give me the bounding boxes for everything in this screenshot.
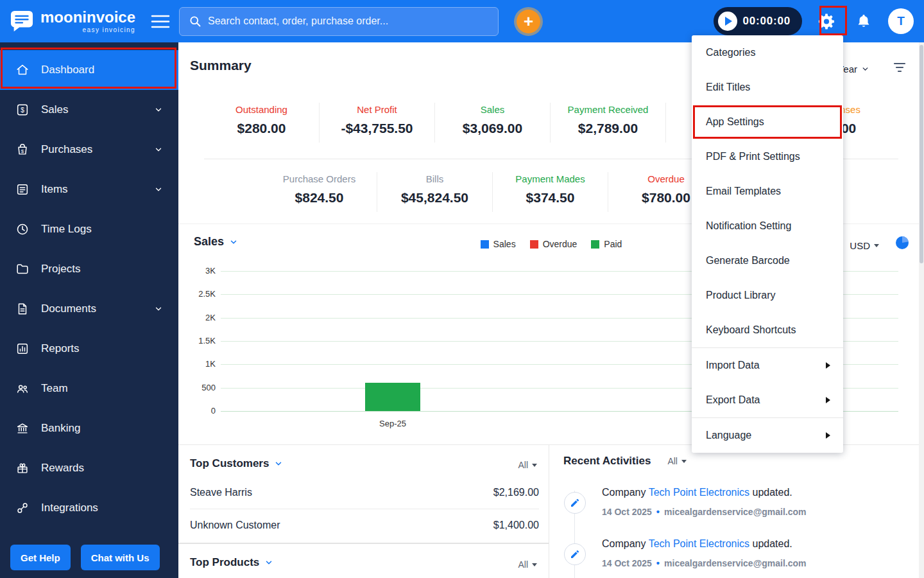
pie-chart-icon[interactable]: [894, 235, 910, 253]
menu-item-notification-setting[interactable]: Notification Setting: [692, 209, 843, 243]
activity-date: 14 Oct 2025: [602, 507, 652, 517]
stat-outstanding: Outstanding$280.00: [204, 103, 320, 143]
items-icon: [15, 182, 30, 197]
currency-dropdown[interactable]: USD: [850, 240, 879, 251]
sidebar-item-rewards[interactable]: Rewards: [0, 448, 178, 488]
activity-prefix: Company: [602, 538, 649, 549]
activity-text: Company Tech Point Electronics updated.: [602, 487, 792, 498]
y-axis-tick-label: 1K: [198, 359, 216, 369]
sidebar-item-projects[interactable]: Projects: [0, 249, 178, 289]
chat-with-us-button[interactable]: Chat with Us: [81, 545, 160, 570]
filter-all-label: All: [518, 559, 528, 570]
sales-chart-title-label: Sales: [194, 235, 224, 249]
sidebar-item-integrations[interactable]: Integrations: [0, 488, 178, 528]
menu-item-label: Export Data: [706, 394, 826, 406]
top-products-filter[interactable]: All: [518, 559, 537, 570]
sidebar-item-sales[interactable]: $Sales: [0, 90, 178, 130]
legend-item-overdue: Overdue: [530, 239, 578, 249]
filter-all-label: All: [667, 456, 678, 466]
chevron-down-icon[interactable]: [154, 304, 163, 313]
menu-item-generate-barcode[interactable]: Generate Barcode: [692, 243, 843, 278]
menu-item-import-data[interactable]: Import Data: [692, 348, 843, 383]
chevron-down-icon[interactable]: [154, 145, 163, 154]
activity-company-link[interactable]: Tech Point Electronics: [649, 487, 749, 498]
menu-item-email-templates[interactable]: Email Templates: [692, 174, 843, 209]
stat-value: -$43,755.50: [320, 121, 434, 136]
top-products-title-label: Top Products: [190, 556, 259, 569]
menu-item-app-settings[interactable]: App Settings: [692, 105, 843, 139]
team-icon: [15, 381, 30, 396]
search-input[interactable]: [208, 15, 489, 27]
chevron-down-icon: [274, 459, 283, 468]
sidebar-item-purchases[interactable]: $Purchases: [0, 130, 178, 170]
customer-row[interactable]: Unknown Customer$1,400.00: [190, 509, 539, 541]
hamburger-menu-icon[interactable]: [151, 14, 170, 29]
edit-activity-button[interactable]: [564, 492, 586, 514]
sidebar-footer: Get Help Chat with Us: [10, 545, 160, 570]
top-customers-title-label: Top Customers: [190, 457, 269, 470]
stat-net-profit: Net Profit-$43,755.50: [320, 103, 435, 143]
sidebar-nav: Dashboard$Sales$PurchasesItemsTime LogsP…: [0, 42, 178, 578]
menu-item-pdf-print-settings[interactable]: PDF & Print Settings: [692, 139, 843, 174]
chart-bar-paid[interactable]: [365, 383, 420, 411]
sidebar-item-items[interactable]: Items: [0, 170, 178, 209]
menu-item-language[interactable]: Language: [692, 418, 843, 453]
chevron-down-icon[interactable]: [154, 105, 163, 114]
brand-logo[interactable]: mooninvoice easy invoicing: [9, 10, 135, 33]
menu-item-export-data[interactable]: Export Data: [692, 383, 843, 417]
sidebar-item-label: Projects: [41, 263, 80, 276]
sidebar-item-reports[interactable]: Reports: [0, 329, 178, 369]
scrollbar-thumb[interactable]: [920, 45, 923, 263]
sidebar-item-label: Banking: [41, 422, 80, 435]
top-customers-filter[interactable]: All: [518, 460, 537, 470]
sidebar-item-banking[interactable]: Banking: [0, 408, 178, 448]
menu-item-product-library[interactable]: Product Library: [692, 278, 843, 313]
activity-company-link[interactable]: Tech Point Electronics: [649, 538, 749, 549]
menu-item-edit-titles[interactable]: Edit Titles: [692, 70, 843, 105]
settings-gear-icon[interactable]: [814, 8, 839, 34]
stat-label: Payment Mades: [493, 173, 608, 184]
scrollbar[interactable]: [919, 42, 924, 578]
search-icon: [189, 15, 201, 28]
sidebar-item-label: Rewards: [41, 462, 84, 475]
divider: [178, 543, 549, 544]
caret-down-icon: [874, 244, 879, 247]
stat-value: $824.50: [262, 190, 377, 206]
sidebar-item-label: Dashboard: [41, 64, 94, 76]
sidebar-item-dashboard[interactable]: Dashboard: [0, 50, 178, 90]
menu-item-keyboard-shortcuts[interactable]: Keyboard Shortcuts: [692, 313, 843, 347]
sidebar-item-team[interactable]: Team: [0, 369, 178, 408]
chevron-down-icon[interactable]: [154, 185, 163, 194]
add-button[interactable]: +: [517, 10, 540, 33]
recent-activities-filter[interactable]: All: [667, 456, 687, 466]
top-products-title[interactable]: Top Products: [190, 556, 273, 569]
timer-widget[interactable]: 00:00:00: [714, 7, 802, 35]
legend-item-sales: Sales: [481, 239, 516, 249]
activity-prefix: Company: [602, 487, 649, 498]
top-customers-title[interactable]: Top Customers: [190, 457, 283, 470]
submenu-arrow-icon: [826, 432, 830, 439]
customer-row[interactable]: Steave Harris$2,169.00: [190, 477, 539, 509]
brand-name: mooninvoice: [40, 10, 135, 25]
submenu-arrow-icon: [826, 397, 830, 403]
stat-label: Net Profit: [320, 104, 434, 115]
sidebar-item-documents[interactable]: Documents: [0, 289, 178, 329]
sidebar-item-label: Time Logs: [41, 223, 92, 236]
menu-item-label: Import Data: [706, 360, 826, 371]
mooninvoice-logo-icon: [9, 10, 35, 33]
filter-icon[interactable]: [893, 62, 906, 76]
get-help-button[interactable]: Get Help: [10, 545, 71, 570]
activity-text: Company Tech Point Electronics updated.: [602, 538, 792, 550]
customer-name: Unknown Customer: [190, 520, 280, 531]
menu-item-label: Categories: [706, 47, 830, 58]
edit-activity-button[interactable]: [564, 543, 586, 565]
play-icon[interactable]: [718, 12, 737, 31]
sales-chart-title[interactable]: Sales: [194, 235, 238, 249]
sidebar-item-time-logs[interactable]: Time Logs: [0, 209, 178, 249]
notifications-bell-icon[interactable]: [851, 8, 877, 34]
user-avatar[interactable]: T: [888, 8, 914, 34]
activity-suffix: updated.: [749, 538, 792, 549]
stat-value: $280.00: [204, 121, 319, 136]
menu-item-categories[interactable]: Categories: [692, 35, 843, 70]
y-axis-tick-label: 3K: [198, 266, 216, 276]
